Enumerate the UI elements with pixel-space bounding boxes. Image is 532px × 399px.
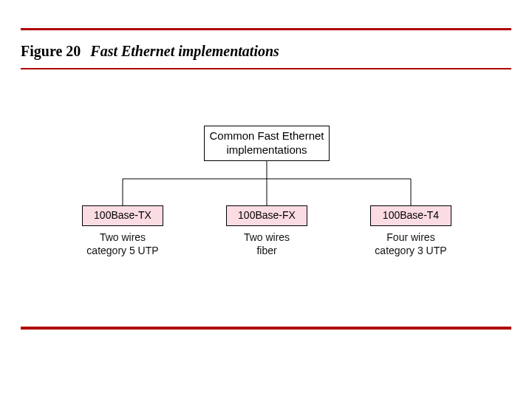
desc-line: Four wires <box>386 231 434 243</box>
figure-number: Figure 20 <box>21 43 81 59</box>
top-rule <box>21 28 511 30</box>
child-node-100base-t4: 100Base-T4 <box>370 205 451 226</box>
child-label: 100Base-TX <box>94 209 151 222</box>
root-label: Common Fast Ethernet implementations <box>205 129 329 157</box>
child-desc-100base-fx: Two wires fiber <box>215 231 318 257</box>
root-node: Common Fast Ethernet implementations <box>204 126 330 161</box>
child-desc-100base-t4: Four wires category 3 UTP <box>359 231 463 257</box>
child-label: 100Base-T4 <box>383 209 439 222</box>
diagram: Common Fast Ethernet implementations 100… <box>71 126 463 296</box>
desc-line: category 3 UTP <box>375 245 446 256</box>
bottom-rule <box>21 327 511 330</box>
desc-line: Two wires <box>100 231 146 243</box>
desc-line: Two wires <box>244 231 290 243</box>
figure-title: Fast Ethernet implementations <box>90 43 279 59</box>
child-desc-100base-tx: Two wires category 5 UTP <box>71 231 174 257</box>
child-label: 100Base-FX <box>238 209 296 222</box>
desc-line: category 5 UTP <box>86 245 158 256</box>
desc-line: fiber <box>256 245 276 256</box>
mid-rule <box>21 68 511 69</box>
child-node-100base-fx: 100Base-FX <box>226 205 307 226</box>
child-node-100base-tx: 100Base-TX <box>82 205 163 226</box>
figure-caption: Figure 20 Fast Ethernet implementations <box>21 43 279 60</box>
